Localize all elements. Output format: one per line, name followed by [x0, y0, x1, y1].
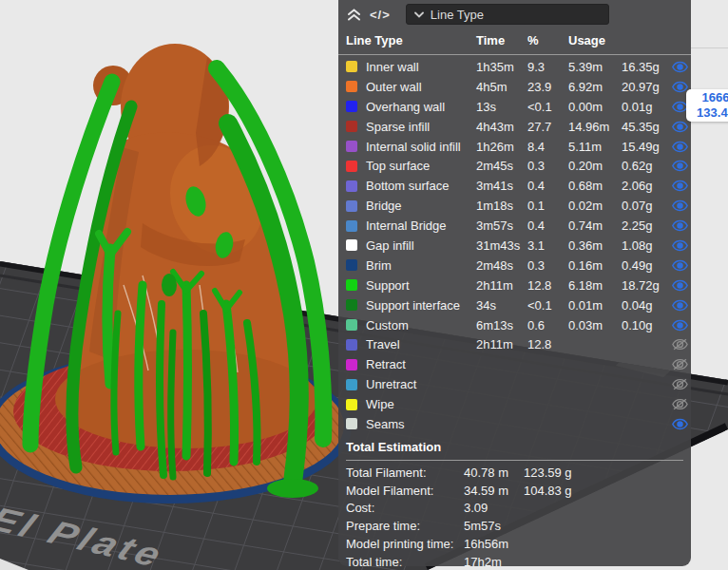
time-value: 2m45s [476, 159, 527, 173]
collapse-panel-button[interactable] [346, 5, 362, 24]
time-value: 2h11m [476, 337, 527, 352]
total-value-1: 5m57s [464, 519, 524, 533]
percent-value: 12.8 [527, 278, 568, 293]
line-type-row: Bottom surface3m41s0.40.68m2.06g [338, 176, 691, 196]
visibility-toggle[interactable] [672, 278, 688, 292]
col-usage: Usage [568, 33, 683, 48]
usage-length-value: 0.74m [568, 218, 622, 233]
eye-icon [672, 81, 688, 93]
eye-off-icon [672, 358, 688, 370]
usage-weight-value: 0.49g [622, 258, 672, 273]
line-type-label: Internal solid infill [366, 140, 476, 154]
percent-value: <0.1 [527, 298, 568, 313]
line-type-label: Overhang wall [366, 100, 476, 114]
visibility-toggle[interactable] [672, 180, 688, 193]
line-type-label: Unretract [366, 377, 476, 391]
dropdown-selected-value: Line Type [431, 8, 484, 22]
percent-value: 23.9 [527, 80, 568, 94]
line-type-label: Internal Bridge [366, 218, 476, 233]
visibility-toggle[interactable] [672, 258, 688, 272]
usage-length-value: 0.00m [568, 100, 622, 114]
visibility-toggle[interactable] [672, 338, 688, 352]
time-value: 31m43s [476, 238, 527, 253]
percent-value: 0.3 [527, 258, 568, 273]
line-type-row: Wipe [338, 394, 691, 414]
total-row: Prepare time:5m57s [346, 517, 683, 535]
time-value: 2h11m [476, 278, 527, 293]
visibility-toggle[interactable] [672, 160, 688, 173]
color-swatch [346, 399, 357, 410]
total-row: Total Filament:40.78 m123.59 g [346, 464, 683, 482]
line-type-row: Custom6m13s0.60.03m0.10g [338, 315, 691, 335]
color-swatch [346, 200, 357, 212]
time-value: 4h43m [476, 120, 527, 134]
total-value-2: 104.83 g [524, 484, 683, 498]
usage-length-value: 6.92m [568, 80, 622, 94]
color-swatch [346, 180, 357, 192]
total-estimation-section: Total Estimation Total Filament:40.78 m1… [338, 434, 691, 570]
gcode-view-button[interactable]: </> [370, 5, 391, 24]
line-type-row: Sparse infill4h43m27.714.96m45.35g [338, 117, 691, 137]
view-type-dropdown[interactable]: Line Type [406, 4, 609, 25]
col-percent: % [527, 33, 568, 48]
visibility-toggle[interactable] [672, 120, 688, 133]
line-type-label: Seams [366, 417, 476, 431]
percent-value: 9.3 [527, 60, 568, 74]
line-type-rows: Inner wall1h35m9.35.39m16.35gOuter wall4… [338, 56, 691, 434]
total-label: Model Filament: [346, 484, 464, 498]
visibility-toggle[interactable] [672, 200, 688, 213]
layer-number: 1666 [702, 90, 728, 105]
usage-length-value: 0.03m [568, 318, 622, 332]
line-type-label: Brim [366, 258, 476, 273]
eye-off-icon [672, 338, 688, 351]
color-swatch [346, 239, 357, 251]
usage-weight-value: 0.04g [622, 298, 672, 313]
code-icon: </> [370, 8, 391, 22]
color-swatch [346, 220, 357, 232]
color-swatch [346, 319, 357, 331]
total-value-1: 40.78 m [464, 466, 524, 480]
visibility-toggle[interactable] [672, 398, 688, 411]
eye-icon [672, 418, 688, 430]
color-swatch [346, 359, 357, 370]
eye-icon [672, 259, 688, 272]
total-label: Cost: [346, 501, 464, 515]
visibility-toggle[interactable] [672, 298, 688, 312]
visibility-toggle[interactable] [672, 378, 688, 391]
line-type-row: Internal solid infill1h26m8.45.11m15.49g [338, 137, 691, 157]
eye-icon [672, 61, 688, 73]
color-swatch [346, 161, 357, 172]
total-label: Total Filament: [346, 466, 464, 480]
visibility-toggle[interactable] [672, 219, 688, 233]
visibility-toggle[interactable] [672, 140, 688, 153]
percent-value: 0.6 [527, 318, 568, 332]
percent-value: 8.4 [527, 140, 568, 154]
eye-icon [672, 219, 688, 232]
total-value-1: 3.09 [464, 501, 524, 515]
visibility-toggle[interactable] [672, 358, 688, 371]
visibility-toggle[interactable] [672, 238, 688, 252]
percent-value: 27.7 [527, 120, 568, 134]
usage-weight-value: 0.01g [622, 100, 672, 114]
usage-length-value: 0.16m [568, 258, 622, 273]
percent-value: 12.8 [527, 337, 568, 352]
visibility-toggle[interactable] [672, 318, 688, 332]
usage-weight-value: 45.35g [622, 120, 672, 134]
line-type-label: Sparse infill [366, 120, 476, 134]
usage-length-value: 0.02m [568, 199, 622, 213]
total-value-1: 17h2m [464, 555, 524, 569]
time-value: 4h5m [476, 80, 527, 94]
eye-off-icon [672, 378, 688, 390]
usage-weight-value: 20.97g [622, 80, 672, 94]
line-type-row: Travel2h11m12.8 [338, 334, 691, 354]
total-label: Total time: [346, 555, 464, 569]
color-swatch [346, 279, 357, 291]
line-type-row: Brim2m48s0.30.16m0.49g [338, 256, 691, 276]
visibility-toggle[interactable] [672, 417, 688, 430]
visibility-toggle[interactable] [672, 60, 688, 73]
color-swatch [346, 259, 357, 271]
usage-weight-value: 2.06g [622, 179, 672, 193]
color-swatch [346, 299, 357, 311]
color-swatch [346, 141, 357, 152]
usage-weight-value: 0.07g [622, 199, 672, 213]
